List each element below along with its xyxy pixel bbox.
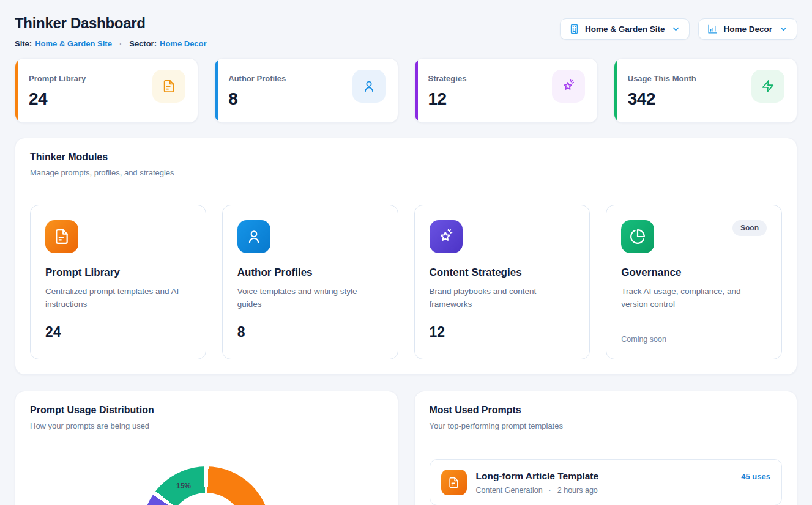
module-card-author-profiles[interactable]: Author Profiles Voice templates and writ… (222, 205, 398, 359)
module-description: Track AI usage, compliance, and version … (621, 286, 767, 311)
stats-row: Prompt Library 24 Author Profiles 8 Stra… (15, 58, 797, 123)
user-icon (352, 70, 386, 103)
prompt-meta: Content Generation · 2 hours ago (476, 486, 732, 495)
modules-section-header: Thinker Modules Manage prompts, profiles… (15, 138, 797, 190)
most-used-prompts-card: Most Used Prompts Your top-performing pr… (414, 391, 798, 505)
usage-donut-chart: 15% (142, 466, 270, 505)
pie-chart-icon (621, 220, 654, 253)
sector-selector-label: Home Decor (723, 24, 772, 34)
module-description: Centralized prompt templates and AI inst… (45, 286, 191, 311)
prompts-card-subtitle: Your top-performing prompt templates (430, 421, 783, 430)
chevron-down-icon (779, 24, 788, 34)
module-title: Governance (621, 267, 767, 279)
bar-chart-icon (707, 24, 718, 34)
module-card-prompt-library[interactable]: Prompt Library Centralized prompt templa… (30, 205, 206, 359)
modules-section-subtitle: Manage prompts, profiles, and strategies (30, 168, 782, 177)
topbar-selectors: Home & Garden Site Home Decor (560, 18, 797, 40)
sector-label: Sector: (129, 39, 157, 48)
modules-section: Thinker Modules Manage prompts, profiles… (15, 138, 797, 375)
site-label: Site: (15, 39, 32, 48)
sector-selector-dropdown[interactable]: Home Decor (698, 18, 797, 40)
modules-section-title: Thinker Modules (30, 152, 782, 163)
meta-separator: · (549, 486, 551, 495)
breadcrumb: Site: Home & Garden Site · Sector: Home … (15, 39, 207, 48)
sparkle-star-icon (552, 70, 585, 103)
modules-grid: Prompt Library Centralized prompt templa… (15, 190, 797, 374)
prompt-category: Content Generation (476, 486, 543, 495)
module-count: 12 (430, 324, 575, 341)
prompt-list-item[interactable]: Long-form Article Template Content Gener… (430, 459, 783, 505)
site-link[interactable]: Home & Garden Site (35, 39, 112, 48)
topbar-left: Thinker Dashboard Site: Home & Garden Si… (15, 12, 207, 48)
page-title: Thinker Dashboard (15, 15, 207, 32)
module-footer: Coming soon (621, 335, 767, 344)
usage-card-subtitle: How your prompts are being used (30, 421, 383, 430)
prompt-time: 2 hours ago (557, 486, 598, 495)
module-title: Author Profiles (237, 267, 383, 279)
site-selector-dropdown[interactable]: Home & Garden Site (560, 18, 690, 40)
module-title: Prompt Library (45, 267, 191, 279)
bottom-row: Prompt Usage Distribution How your promp… (15, 391, 797, 505)
stat-card-strategies: Strategies 12 (414, 58, 598, 123)
donut-slice-label: 15% (176, 482, 191, 490)
sparkle-star-icon (430, 220, 463, 253)
soon-badge: Soon (732, 220, 767, 236)
prompts-card-title: Most Used Prompts (430, 405, 783, 416)
breadcrumb-separator: · (119, 39, 122, 48)
prompt-title: Long-form Article Template (476, 471, 732, 482)
prompts-card-header: Most Used Prompts Your top-performing pr… (415, 391, 797, 443)
topbar: Thinker Dashboard Site: Home & Garden Si… (15, 12, 797, 48)
zap-icon (751, 70, 784, 103)
prompt-uses-count: 45 uses (741, 472, 770, 481)
file-text-icon (441, 470, 467, 495)
chevron-down-icon (671, 24, 680, 34)
stat-card-prompt-library: Prompt Library 24 (15, 58, 198, 123)
divider (621, 325, 767, 325)
file-text-icon (45, 220, 78, 253)
usage-card-title: Prompt Usage Distribution (30, 405, 383, 416)
site-selector-label: Home & Garden Site (585, 24, 665, 34)
stat-card-usage: Usage This Month 342 (614, 58, 797, 123)
module-count: 8 (237, 324, 383, 341)
user-icon (237, 220, 270, 253)
stat-card-author-profiles: Author Profiles 8 (214, 58, 398, 123)
module-card-content-strategies[interactable]: Content Strategies Brand playbooks and c… (414, 205, 590, 359)
module-description: Brand playbooks and content frameworks (430, 286, 575, 311)
sector-link[interactable]: Home Decor (160, 39, 207, 48)
usage-card-header: Prompt Usage Distribution How your promp… (15, 391, 398, 443)
prompt-list: Long-form Article Template Content Gener… (415, 443, 797, 505)
module-count: 24 (45, 324, 191, 341)
module-card-governance[interactable]: Soon Governance Track AI usage, complian… (606, 205, 782, 359)
module-title: Content Strategies (430, 267, 575, 279)
building-icon (569, 24, 579, 34)
usage-distribution-card: Prompt Usage Distribution How your promp… (15, 391, 398, 505)
module-description: Voice templates and writing style guides (237, 286, 383, 311)
donut-chart-area: 15% (15, 443, 398, 505)
dashboard-page: Thinker Dashboard Site: Home & Garden Si… (0, 0, 812, 505)
file-text-icon (152, 70, 185, 103)
